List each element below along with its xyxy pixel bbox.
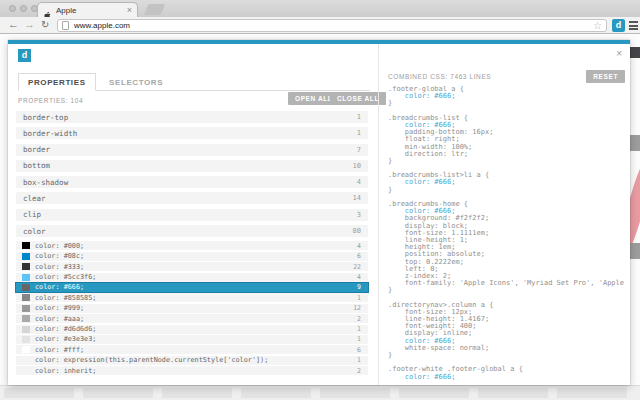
color-value-row[interactable]: color: #08c;6 bbox=[16, 252, 368, 261]
combined-css-code[interactable]: .footer-global a { color: #666;} .breadc… bbox=[388, 86, 628, 381]
color-value-count: 22 bbox=[353, 263, 361, 271]
url-text[interactable]: www.apple.com bbox=[74, 21, 593, 30]
menu-button[interactable] bbox=[629, 21, 638, 32]
property-count: 10 bbox=[353, 162, 361, 170]
code-line: } bbox=[388, 158, 628, 165]
code-line: white-space: normal; bbox=[388, 345, 628, 352]
properties-count: PROPERTIES: 104 bbox=[18, 97, 83, 104]
color-swatch-icon bbox=[22, 253, 30, 260]
property-name: clip bbox=[23, 210, 41, 219]
property-row[interactable]: border7 bbox=[16, 144, 368, 156]
color-value-label: color: #08c; bbox=[35, 252, 84, 260]
color-value-row[interactable]: color: #999;12 bbox=[16, 304, 368, 313]
property-list: border-top1border-width1border7bottom10b… bbox=[16, 111, 368, 376]
color-swatch-icon bbox=[22, 336, 30, 343]
color-value-label: color: #000; bbox=[35, 242, 84, 250]
color-value-count: 2 bbox=[357, 315, 361, 323]
color-value-count: 6 bbox=[357, 346, 361, 354]
color-value-count: 6 bbox=[357, 252, 361, 260]
color-value-count: 1 bbox=[357, 294, 361, 302]
color-value-row[interactable]: color: #5cc3f6;4 bbox=[16, 273, 368, 282]
property-count: 3 bbox=[357, 211, 361, 219]
apple-logo-icon bbox=[43, 6, 52, 15]
forward-button[interactable]: → bbox=[24, 17, 35, 33]
color-value-row[interactable]: color: #fff;6 bbox=[16, 345, 368, 354]
color-value-count: 1 bbox=[357, 325, 361, 333]
property-count: 7 bbox=[357, 146, 361, 154]
property-name: box-shadow bbox=[23, 178, 68, 187]
reset-button[interactable]: RESET bbox=[586, 70, 625, 83]
color-value-row[interactable]: color: inherit;2 bbox=[16, 366, 368, 375]
code-line: direction: ltr; bbox=[388, 151, 628, 158]
color-value-row[interactable]: color: #000;4 bbox=[16, 241, 368, 250]
combined-css-label: COMBINED CSS: 7463 LINES bbox=[388, 73, 491, 80]
tab-selectors[interactable]: SELECTORS bbox=[100, 74, 172, 90]
panel-close-icon[interactable]: × bbox=[616, 49, 622, 59]
color-value-row[interactable]: color: expression(this.parentNode.curren… bbox=[16, 356, 368, 365]
color-swatch-icon bbox=[22, 346, 30, 353]
tab-title: Apple bbox=[56, 6, 127, 15]
color-value-count: 12 bbox=[353, 304, 361, 312]
css-dig-panel: d × PROPERTIES SELECTORS PROPERTIES: 104… bbox=[8, 40, 630, 385]
property-row[interactable]: border-top1 bbox=[16, 111, 368, 123]
color-value-label: color: expression(this.parentNode.curren… bbox=[35, 356, 268, 364]
color-value-count: 1 bbox=[357, 356, 361, 364]
new-tab-button[interactable] bbox=[144, 4, 165, 15]
url-bar[interactable]: www.apple.com ☆ bbox=[57, 19, 607, 32]
tab-close-icon[interactable]: × bbox=[127, 6, 132, 15]
color-value-row[interactable]: color: #aaa;2 bbox=[16, 314, 368, 323]
color-value-count: 1 bbox=[357, 335, 361, 343]
window-close-button[interactable] bbox=[9, 5, 16, 12]
back-button[interactable]: ← bbox=[8, 17, 19, 33]
property-name: border-width bbox=[23, 129, 77, 138]
panel-tabs: PROPERTIES SELECTORS bbox=[18, 71, 370, 91]
tab-properties[interactable]: PROPERTIES bbox=[18, 73, 96, 91]
color-swatch-icon bbox=[22, 242, 30, 249]
property-name: clear bbox=[23, 194, 46, 203]
property-row[interactable]: clip3 bbox=[16, 209, 368, 221]
window-minimize-button[interactable] bbox=[20, 5, 27, 12]
browser-tab[interactable]: Apple × bbox=[37, 2, 138, 17]
color-value-label: color: #666; bbox=[35, 283, 84, 291]
page-footer-fragment bbox=[0, 385, 640, 400]
browser-window: Apple × ← → ↻ www.apple.com ☆ d d × PROP… bbox=[0, 0, 640, 400]
color-value-row[interactable]: color: #333;22 bbox=[16, 262, 368, 271]
bookmark-star-icon[interactable]: ☆ bbox=[593, 21, 602, 31]
color-value-row[interactable]: color: #666;9 bbox=[16, 283, 368, 292]
color-swatch-icon bbox=[22, 315, 30, 322]
color-value-label: color: inherit; bbox=[35, 367, 96, 375]
color-value-label: color: #fff; bbox=[35, 346, 84, 354]
color-value-row[interactable]: color: #d6d6d6;1 bbox=[16, 325, 368, 334]
color-value-label: color: #333; bbox=[35, 263, 84, 271]
property-count: 4 bbox=[357, 178, 361, 186]
property-row[interactable]: border-width1 bbox=[16, 127, 368, 139]
window-controls bbox=[9, 5, 38, 12]
property-row[interactable]: color80 bbox=[16, 225, 368, 237]
property-count: 14 bbox=[353, 194, 361, 202]
code-line: } bbox=[388, 100, 628, 107]
extension-button[interactable]: d bbox=[612, 19, 625, 32]
color-swatch-icon bbox=[22, 263, 30, 270]
color-swatch-icon bbox=[22, 274, 30, 281]
property-name: bottom bbox=[23, 161, 50, 170]
reload-button[interactable]: ↻ bbox=[41, 17, 49, 33]
property-row[interactable]: clear14 bbox=[16, 192, 368, 204]
combined-css-header: COMBINED CSS: 7463 LINES RESET bbox=[388, 70, 625, 83]
code-line: color: #666; bbox=[388, 374, 628, 381]
color-value-count: 4 bbox=[357, 242, 361, 250]
code-line: } bbox=[388, 187, 628, 194]
property-count: 1 bbox=[357, 129, 361, 137]
color-value-label: color: #5cc3f6; bbox=[35, 273, 96, 281]
color-value-row[interactable]: color: #858585;1 bbox=[16, 293, 368, 302]
color-swatch-icon bbox=[22, 305, 30, 312]
extension-logo: d bbox=[18, 49, 31, 62]
tab-strip: Apple × bbox=[0, 0, 640, 17]
color-swatch-icon bbox=[22, 294, 30, 301]
color-value-count: 4 bbox=[357, 273, 361, 281]
property-name: border bbox=[23, 145, 50, 154]
color-value-row[interactable]: color: #e3e3e3;1 bbox=[16, 335, 368, 344]
color-swatch-icon bbox=[22, 284, 30, 291]
code-line: color: #666; bbox=[388, 179, 628, 186]
property-row[interactable]: bottom10 bbox=[16, 160, 368, 172]
property-row[interactable]: box-shadow4 bbox=[16, 176, 368, 188]
